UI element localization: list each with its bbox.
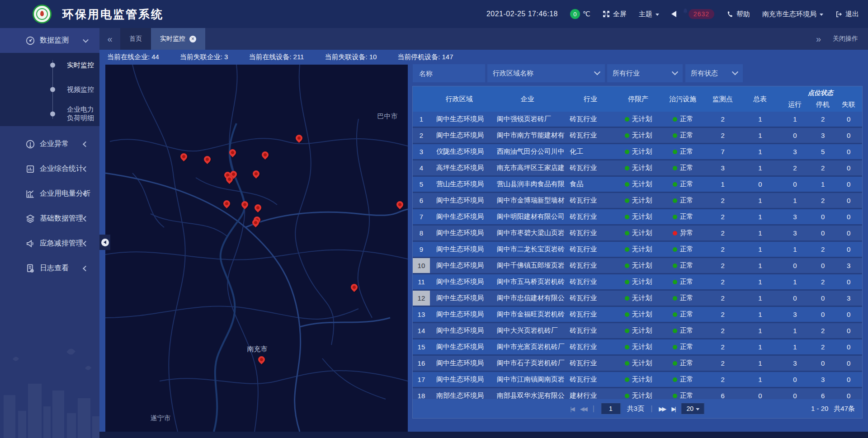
sidebar-group-2[interactable]: 企业异常 <box>0 132 99 156</box>
table-row[interactable]: 1阆中生态环境局阆中强锐页岩砖厂砖瓦行业无计划正常21120 <box>413 112 862 128</box>
stat-item: 当前在线企业:44 <box>107 53 159 61</box>
stat-label: 当前失联企业: <box>180 53 222 61</box>
cell-industry: 化工 <box>566 147 615 156</box>
cell-treatment-status: 正常 <box>662 343 704 351</box>
table-row[interactable]: 9阆中生态环境局阆中市二龙长宝页岩砖砖瓦行业无计划正常21120 <box>413 242 862 258</box>
log-icon <box>25 264 35 273</box>
theme-dropdown[interactable]: 主题 <box>639 10 659 19</box>
cell-treatment-status: 正常 <box>662 278 704 286</box>
cell-treatment-status: 正常 <box>662 212 704 221</box>
cell-stopped: 0 <box>811 213 835 221</box>
table-row[interactable]: 7阆中生态环境局阆中明阳建材有限公司砖瓦行业无计划正常21300 <box>413 209 862 226</box>
range-label: 1 - 20 <box>811 405 828 413</box>
table-row[interactable]: 2阆中生态环境局阆中市南方节能建材有砖瓦行业无计划正常21030 <box>413 128 862 144</box>
notification-area[interactable]: 2632 <box>689 9 714 19</box>
cell-running: 3 <box>779 148 811 155</box>
table-row[interactable]: 15阆中生态环境局阆中市光富页岩机砖厂砖瓦行业无计划正常21120 <box>413 339 862 356</box>
sidebar-item-实时监控[interactable]: 实时监控 <box>0 53 99 77</box>
map-panel[interactable]: 巴中市南充市遂宁市 <box>105 65 408 432</box>
cell-total-meters: 1 <box>741 115 779 123</box>
cell-production-status: 无计划 <box>615 212 662 221</box>
sidebar-item-视频监控[interactable]: 视频监控 <box>0 77 99 102</box>
sidebar-group-1[interactable]: 数据监测 <box>0 28 99 53</box>
datetime-display: 2021-02-25 17:46:18 <box>486 10 558 18</box>
region-filter-select[interactable]: 行政区域名称 <box>487 64 605 82</box>
cell-monitor-points: 2 <box>704 132 741 139</box>
city-label-南充市: 南充市 <box>247 345 268 353</box>
cell-region: 阆中生态环境局 <box>430 343 489 351</box>
status-dot-icon <box>673 166 677 170</box>
industry-filter-select[interactable]: 所有行业 <box>607 64 683 82</box>
table-row[interactable]: 14阆中生态环境局阆中大兴页岩机砖厂砖瓦行业无计划正常21120 <box>413 323 862 339</box>
name-filter-input[interactable] <box>418 69 480 78</box>
table-row[interactable]: 11阆中生态环境局阆中市五马桥页岩机砖砖瓦行业无计划正常21120 <box>413 274 862 291</box>
cell-treatment-status: 正常 <box>662 245 704 254</box>
table-row[interactable]: 8阆中生态环境局阆中市枣碧大梁山页岩砖瓦行业无计划异常21300 <box>413 226 862 242</box>
sidebar-item-企业电力负荷明细[interactable]: 企业电力负荷明细 <box>0 102 99 126</box>
help-button[interactable]: 帮助 <box>726 10 750 19</box>
tab-home[interactable]: 首页 <box>120 28 151 50</box>
table-row[interactable]: 16阆中生态环境局阆中市石子页岩机砖厂砖瓦行业无计划正常21300 <box>413 356 862 372</box>
table-row[interactable]: 13阆中生态环境局阆中市金福旺页岩机砖砖瓦行业无计划正常21300 <box>413 307 862 323</box>
fullscreen-button[interactable]: 全屏 <box>603 10 627 19</box>
status-text: 无计划 <box>632 375 652 384</box>
page-number-input[interactable] <box>601 403 621 414</box>
table-body: 1阆中生态环境局阆中强锐页岩砖厂砖瓦行业无计划正常211202阆中生态环境局阆中… <box>413 112 862 399</box>
table-row[interactable]: 18南部生态环境局南部县双华水泥有限公建材行业无计划正常60060 <box>413 388 862 399</box>
header-治污设施: 治污设施 <box>662 86 704 112</box>
table-row[interactable]: 3仪陇生态环境局西南油气田分公司川中化工无计划正常71350 <box>413 144 862 160</box>
sidebar-group-7[interactable]: 日志查看 <box>0 256 99 281</box>
status-dot-icon <box>673 280 677 284</box>
tab-realtime-monitor[interactable]: 实时监控 <box>151 28 205 50</box>
speaker-icon[interactable] <box>671 11 676 17</box>
stats-icon <box>25 164 35 174</box>
sidebar-group-4[interactable]: 企业用电量分析 <box>0 181 99 206</box>
cell-treatment-status: 正常 <box>662 196 704 205</box>
table-row[interactable]: 17阆中生态环境局阆中市江南镇阆南页岩砖瓦行业无计划正常21030 <box>413 372 862 388</box>
tab-scroll-left-icon[interactable]: « <box>99 28 120 50</box>
sidebar-group-6[interactable]: 应急减排管理 <box>0 231 99 256</box>
page-size-select[interactable]: 20 <box>681 403 705 414</box>
stat-value: 147 <box>442 53 453 61</box>
chevron-left-icon <box>84 194 88 198</box>
status-text: 正常 <box>680 115 693 123</box>
cell-stopped: 2 <box>811 245 835 253</box>
status-filter-select[interactable]: 所有状态 <box>685 64 743 82</box>
cell-treatment-status: 正常 <box>662 261 704 270</box>
cell-stopped: 2 <box>811 278 835 286</box>
tab-scroll-right-icon[interactable]: » <box>816 34 821 44</box>
cell-index: 12 <box>413 291 430 306</box>
sidebar-group-5[interactable]: 基础数据管理 <box>0 206 99 231</box>
table-row[interactable]: 12阆中生态环境局阆中市忠信建材有限公砖瓦行业无计划正常21003 <box>413 291 862 307</box>
tab-close-icon[interactable] <box>189 36 196 42</box>
last-page-icon[interactable]: ▶| <box>671 405 675 412</box>
stat-label: 当前在线企业: <box>107 53 150 61</box>
table-row[interactable]: 6阆中生态环境局阆中市金博瑞新型墙材砖瓦行业无计划正常21120 <box>413 193 862 209</box>
status-text: 正常 <box>680 343 693 351</box>
status-dot-icon <box>673 182 677 187</box>
cell-production-status: 无计划 <box>615 294 662 302</box>
cell-monitor-points: 3 <box>704 164 741 172</box>
tab-home-label: 首页 <box>129 35 142 43</box>
org-dropdown[interactable]: 南充市生态环境局 <box>762 10 823 19</box>
header-sub-停机: 停机 <box>811 100 835 109</box>
cell-stopped: 0 <box>811 294 835 302</box>
first-page-icon[interactable]: |◀ <box>570 405 573 412</box>
sidebar-collapse-handle[interactable] <box>99 235 110 250</box>
logout-button[interactable]: 退出 <box>835 10 859 19</box>
table-row[interactable]: 10阆中生态环境局阆中千佛镇五郎垭页岩砖瓦行业无计划正常21003 <box>413 258 862 274</box>
table-row[interactable]: 5营山生态环境局营山县润丰肉食品有限食品无计划正常10010 <box>413 177 862 193</box>
table-row[interactable]: 4高坪生态环境局南充市高坪区王家店建砖瓦行业无计划正常31220 <box>413 160 862 177</box>
cell-total-meters: 1 <box>741 262 779 269</box>
cell-total-meters: 1 <box>741 229 779 237</box>
pagination-range: 1 - 20 共47条 <box>811 405 855 413</box>
close-operations-button[interactable]: 关闭操作 <box>833 35 858 43</box>
status-dot-icon <box>625 247 629 252</box>
chevron-down-icon <box>84 41 88 45</box>
cell-company: 阆中明阳建材有限公司 <box>489 212 566 221</box>
next-page-icon[interactable]: ▶▶ <box>659 405 665 412</box>
prev-page-icon[interactable]: ◀◀ <box>580 405 586 412</box>
status-dot-icon <box>625 117 629 122</box>
sidebar-group-3[interactable]: 企业综合统计 <box>0 156 99 181</box>
cell-industry: 砖瓦行业 <box>566 261 615 270</box>
